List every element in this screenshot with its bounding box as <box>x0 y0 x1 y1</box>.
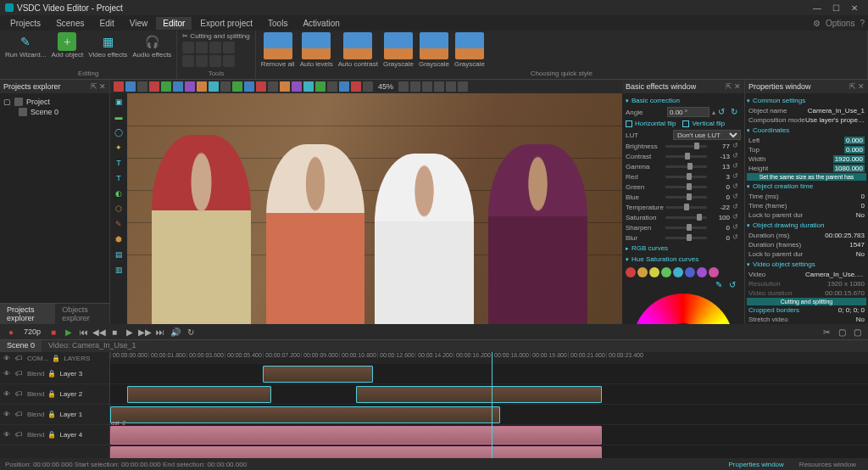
lock-icon[interactable]: 🔒 <box>52 355 60 362</box>
color-swatch[interactable] <box>649 267 659 277</box>
ct-btn-16[interactable] <box>292 81 302 92</box>
tag-icon[interactable]: 🏷 <box>15 355 24 362</box>
ct-btn-15[interactable] <box>280 81 290 92</box>
eye-icon[interactable]: 👁 <box>3 411 12 418</box>
color-swatch[interactable] <box>709 267 719 277</box>
edit-curves-icon[interactable]: ✎ <box>715 280 726 290</box>
eye-icon[interactable]: 👁 <box>3 355 12 362</box>
ct-btn-13[interactable] <box>256 81 266 92</box>
tool-btn-1[interactable] <box>182 42 194 53</box>
panel-pin-icon[interactable]: ⇱ <box>726 82 732 91</box>
prop-object-name[interactable]: Camera_In_Use_1 <box>808 107 865 115</box>
timeline-tab-scene[interactable]: Scene 0 <box>0 340 42 352</box>
ct-btn-20[interactable] <box>339 81 349 92</box>
resolution-select[interactable]: 720p <box>20 327 44 336</box>
section-common[interactable]: Common settings <box>747 95 866 106</box>
prop-time-ms[interactable]: 0 <box>861 193 865 200</box>
pb-loop-icon[interactable]: ↻ <box>185 326 197 338</box>
prop-time-frame[interactable]: 0 <box>861 202 865 210</box>
quick-grayscale-2[interactable]: Grayscale <box>419 32 449 68</box>
pb-cut-icon[interactable]: ✂ <box>821 326 832 338</box>
section-creation[interactable]: Object creation time <box>747 181 866 192</box>
pb-btn-2[interactable]: ▶ <box>63 326 75 338</box>
eye-icon[interactable]: 👁 <box>3 370 12 378</box>
st-10[interactable]: ⬢ <box>112 232 125 246</box>
tool-btn-2[interactable] <box>196 42 208 53</box>
project-tree[interactable]: ▢ Project Scene 0 <box>0 93 109 303</box>
reset-icon[interactable]: ↺ <box>732 203 741 211</box>
help-icon[interactable]: ? <box>860 19 865 28</box>
color-swatch[interactable] <box>626 267 636 277</box>
timeline-clip[interactable] <box>356 386 602 403</box>
timeline-layer-row[interactable]: 👁🏷Blend🔒Layer 1 <box>0 405 109 425</box>
reset-curves-icon[interactable]: ↺ <box>729 280 739 290</box>
ct-btn-25[interactable] <box>434 81 444 92</box>
quick-grayscale-3[interactable]: Grayscale <box>454 32 485 68</box>
tag-icon[interactable]: 🏷 <box>15 411 24 418</box>
panel-pin-icon[interactable]: ⇱ <box>91 82 97 91</box>
slider-track[interactable] <box>665 145 707 148</box>
ct-btn-10[interactable] <box>220 81 231 92</box>
tag-icon[interactable]: 🏷 <box>15 431 24 439</box>
prop-lock-1[interactable]: No <box>856 211 865 219</box>
prop-video[interactable]: Camera_In_Use.mp4 <box>805 271 865 278</box>
timeline-tracks[interactable]: 00:00:00.00000:00:01.80000:00:03.60000:0… <box>110 352 868 470</box>
eye-icon[interactable]: 👁 <box>3 390 12 398</box>
timeline-track-4[interactable] <box>110 425 868 445</box>
timeline-tab-video[interactable]: Video: Camera_In_Use_1 <box>42 340 142 352</box>
maximize-button[interactable]: ☐ <box>827 2 844 14</box>
blend-mode[interactable]: Blend <box>27 431 44 439</box>
ct-btn-21[interactable] <box>351 81 361 92</box>
panel-pin-icon[interactable]: ⇱ <box>849 82 856 91</box>
slider-track[interactable] <box>665 237 707 239</box>
prop-width[interactable]: 1920.000 <box>833 155 865 163</box>
ct-btn-8[interactable] <box>197 81 207 92</box>
st-7[interactable]: ◐ <box>112 187 125 200</box>
prop-dur-ms[interactable]: 00:00:25.783 <box>825 232 865 239</box>
prop-top[interactable]: 0.000 <box>844 146 865 154</box>
slider-track[interactable] <box>665 186 707 188</box>
playhead[interactable] <box>492 352 492 470</box>
add-object-button[interactable]: + Add object <box>51 32 83 59</box>
timeline-clip[interactable] <box>110 406 500 423</box>
st-4[interactable]: ✦ <box>112 141 125 154</box>
eye-icon[interactable]: 👁 <box>3 431 12 439</box>
options-link[interactable]: Options <box>826 19 854 28</box>
ct-btn-4[interactable] <box>149 81 159 92</box>
section-rgb-curves[interactable]: RGB curves <box>626 243 741 254</box>
st-12[interactable]: ▥ <box>112 263 125 277</box>
ct-btn-3[interactable] <box>137 81 147 92</box>
cutting-button[interactable]: Cutting and splitting <box>747 298 866 305</box>
pb-x1[interactable]: ▢ <box>836 326 848 338</box>
quick-remove-all[interactable]: Remove all <box>261 32 295 68</box>
lock-icon[interactable]: 🔒 <box>47 390 56 398</box>
section-drawing[interactable]: Object drawing duration <box>747 220 866 231</box>
tool-btn-4[interactable] <box>223 42 235 53</box>
ct-btn-12[interactable] <box>244 81 254 92</box>
quick-auto-contrast[interactable]: Auto contrast <box>338 32 378 68</box>
tool-btn-5[interactable] <box>182 55 194 67</box>
menu-activation[interactable]: Activation <box>296 17 346 30</box>
st-5[interactable]: T <box>112 156 125 170</box>
reset-icon[interactable]: ↺ <box>732 193 741 201</box>
pb-first-icon[interactable]: ⏮ <box>78 326 90 338</box>
options-gear-icon[interactable]: ⚙ <box>813 19 821 28</box>
tab-projects-explorer[interactable]: Projects explorer <box>0 304 55 324</box>
ct-btn-22[interactable] <box>363 81 373 92</box>
ct-btn-26[interactable] <box>446 81 456 92</box>
panel-close-icon[interactable]: ✕ <box>99 82 106 91</box>
rotate-left-icon[interactable]: ↺ <box>718 107 728 117</box>
pb-x2[interactable]: ▢ <box>851 326 863 338</box>
prop-cropped[interactable]: 0; 0; 0; 0 <box>838 306 865 314</box>
st-cursor[interactable]: ▣ <box>112 95 125 109</box>
prop-comp-mode[interactable]: Use layer's properties <box>805 116 865 124</box>
quick-grayscale-1[interactable]: Grayscale <box>383 32 414 68</box>
lock-icon[interactable]: 🔒 <box>47 370 56 378</box>
reset-icon[interactable]: ↺ <box>732 182 741 191</box>
tool-btn-8[interactable] <box>223 55 235 67</box>
tag-icon[interactable]: 🏷 <box>15 390 24 398</box>
section-hue-saturation[interactable]: Hue Saturation curves <box>626 254 741 265</box>
tree-collapse-icon[interactable]: ▢ <box>3 98 11 106</box>
slider-track[interactable] <box>665 227 707 229</box>
ct-btn-2[interactable] <box>125 81 136 92</box>
